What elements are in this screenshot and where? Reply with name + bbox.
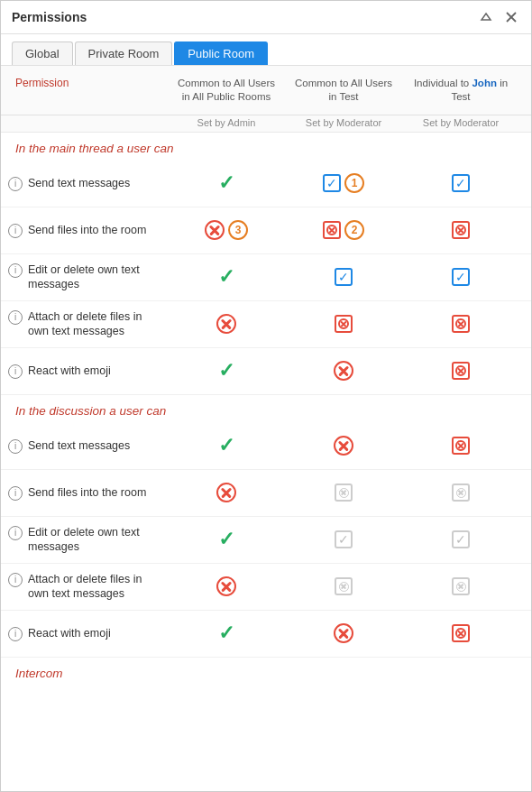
table-row: i Send text messages ✓ [1, 423, 531, 470]
col1-cell: ✓ [168, 265, 285, 289]
col3-cell [402, 577, 519, 595]
checkbox-gray-no [452, 483, 470, 502]
badge-1: 1 [344, 173, 364, 193]
col3-set-by: Set by Moderator [402, 115, 519, 132]
col1-cell [168, 483, 285, 502]
table-row: i Send files into the room 3 2 [1, 207, 531, 254]
info-icon[interactable]: i [8, 573, 23, 587]
checkbox-gray: ✓ [452, 530, 470, 548]
col2-header: Common to All Users in Test [285, 73, 402, 107]
col3-cell: ✓ [402, 174, 519, 192]
col2-cell: ✓ [285, 530, 402, 548]
checkbox-no[interactable] [452, 315, 470, 333]
column-headers: Permission Common to All Users in All Pu… [1, 66, 531, 115]
section-discussion: In the discussion a user can [1, 395, 531, 423]
minimize-button[interactable] [477, 8, 495, 26]
check-icon: ✓ [218, 528, 234, 551]
section-intercom: Intercom [1, 658, 531, 686]
tab-global[interactable]: Global [12, 41, 73, 65]
permission-label: i Attach or delete files in own text mes… [1, 565, 168, 610]
title-bar: Permissions [1, 1, 531, 34]
checkbox-checked[interactable]: ✓ [323, 174, 341, 192]
window-title: Permissions [12, 10, 87, 24]
permission-label: i Send files into the room [1, 216, 168, 245]
checkbox-checked[interactable]: ✓ [452, 174, 470, 192]
checkbox-no[interactable] [452, 437, 470, 455]
info-icon[interactable]: i [8, 439, 23, 454]
table-row: i Attach or delete files in own text mes… [1, 564, 531, 611]
checkbox-checked[interactable]: ✓ [452, 268, 470, 286]
table-row: i Edit or delete own text messages ✓ ✓ ✓ [1, 254, 531, 301]
col3-cell [402, 362, 519, 380]
checkbox-checked[interactable]: ✓ [335, 268, 353, 286]
info-icon[interactable]: i [8, 224, 23, 238]
window-controls [477, 8, 520, 26]
col1-cell: ✓ [168, 359, 285, 382]
check-icon: ✓ [218, 622, 234, 645]
permission-label: i Send text messages [1, 431, 168, 461]
col3-cell [402, 483, 519, 502]
checkbox-no[interactable] [452, 624, 470, 642]
check-icon: ✓ [218, 434, 234, 457]
col1-cell: ✓ [168, 528, 285, 551]
checkbox-no[interactable] [452, 221, 470, 239]
no-icon [334, 361, 353, 381]
check-icon: ✓ [218, 265, 234, 289]
col2-cell [285, 361, 402, 381]
check-icon: ✓ [218, 171, 234, 195]
col3-cell [402, 315, 519, 333]
col3-header: Individual to John in Test [402, 73, 519, 107]
close-button[interactable] [502, 8, 520, 26]
no-icon [216, 314, 236, 334]
permission-label: i React with emoji [1, 619, 168, 649]
checkbox-gray-no [335, 577, 353, 595]
info-icon[interactable]: i [8, 364, 23, 379]
col2-cell [285, 483, 402, 502]
col1-cell: 3 [168, 220, 285, 240]
col1-header: Common to All Users in All Public Rooms [168, 73, 285, 107]
no-icon [334, 436, 353, 456]
info-icon[interactable]: i [8, 486, 23, 501]
no-icon [205, 220, 225, 240]
col1-cell: ✓ [168, 171, 285, 195]
check-icon: ✓ [218, 359, 234, 382]
permission-label: i React with emoji [1, 356, 168, 386]
checkbox-gray-no [452, 577, 470, 595]
section-main-thread: In the main thread a user can [1, 133, 531, 161]
col2-cell [285, 436, 402, 456]
col3-cell [402, 221, 519, 239]
tab-public-room[interactable]: Public Room [174, 41, 268, 65]
content-area: Permission Common to All Users in All Pu… [1, 66, 531, 791]
permission-label: i Edit or delete own text messages [1, 518, 168, 563]
checkbox-no[interactable] [335, 315, 353, 333]
info-icon[interactable]: i [8, 627, 23, 641]
checkbox-no[interactable] [452, 362, 470, 380]
info-icon[interactable]: i [8, 310, 23, 325]
col2-set-by: Set by Moderator [285, 115, 402, 132]
permission-label: i Edit or delete own text messages [1, 255, 168, 300]
col1-cell [168, 576, 285, 596]
no-icon [216, 576, 236, 596]
tab-private-room[interactable]: Private Room [75, 41, 173, 65]
badge-3: 3 [228, 220, 248, 240]
info-icon[interactable]: i [8, 263, 23, 278]
tab-bar: Global Private Room Public Room [1, 34, 531, 66]
info-icon[interactable]: i [8, 177, 23, 191]
col2-cell [285, 315, 402, 333]
col3-cell [402, 624, 519, 642]
info-icon[interactable]: i [8, 526, 23, 540]
badge-2: 2 [344, 220, 364, 240]
table-row: i Send files into the room [1, 470, 531, 517]
col3-cell: ✓ [402, 530, 519, 548]
permissions-window: Permissions Global Private Room Public R… [0, 0, 532, 792]
no-icon [334, 623, 353, 643]
col1-cell [168, 314, 285, 334]
table-row: i Attach or delete files in own text mes… [1, 301, 531, 348]
checkbox-gray: ✓ [335, 530, 353, 548]
col1-set-by: Set by Admin [168, 115, 285, 132]
col2-cell: ✓ 1 [285, 173, 402, 193]
col2-cell [285, 623, 402, 643]
checkbox-no[interactable] [323, 221, 341, 239]
col1-cell: ✓ [168, 434, 285, 457]
permission-label: i Send text messages [1, 169, 168, 198]
